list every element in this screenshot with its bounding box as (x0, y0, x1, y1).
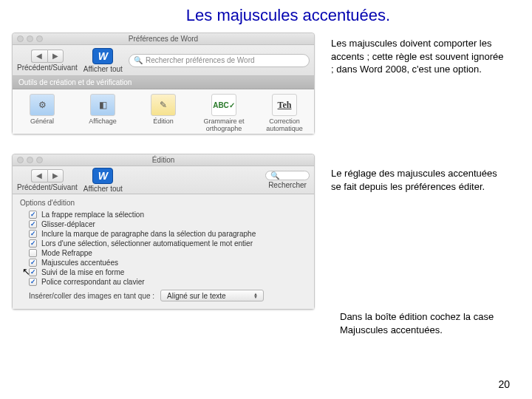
general-icon: ⚙ (30, 94, 55, 116)
option-row: Mode Refrappe (20, 248, 307, 258)
pref-autocorrect[interactable]: Teh Correction automatique (262, 94, 307, 132)
nav-label: Précédent/Suivant (17, 64, 78, 72)
preferences-window: Préférences de Word ◀ ▶ Précédent/Suivan… (12, 33, 315, 134)
edition-window: Édition ◀ ▶ Précédent/Suivant W Afficher… (12, 154, 315, 310)
forward-icon[interactable]: ▶ (47, 169, 64, 183)
checkbox[interactable]: ✓ (29, 278, 37, 286)
back-icon[interactable]: ◀ (31, 169, 47, 183)
option-row: ✓ La frappe remplace la sélection (20, 210, 307, 219)
search-icon: 🔍 (134, 56, 143, 64)
edit-icon: ✎ (151, 94, 176, 116)
option-row: ✓ Inclure la marque de paragraphe dans l… (20, 229, 307, 239)
combo-value: Aligné sur le texte (167, 292, 226, 300)
search-icon: 🔍 (270, 171, 279, 180)
option-label: Mode Refrappe (41, 249, 92, 257)
forward-icon[interactable]: ▶ (47, 50, 64, 63)
insert-images-row: Insérer/coller des images en tant que : … (20, 287, 307, 301)
checkbox[interactable]: ✓ (29, 211, 37, 219)
window-titlebar: Édition (13, 154, 314, 166)
option-row: ✓ Lors d'une sélection, sélectionner aut… (20, 239, 307, 248)
insert-images-combo[interactable]: Aligné sur le texte ▲▼ (160, 290, 264, 301)
window-title: Édition (13, 156, 314, 164)
window-title: Préférences de Word (13, 35, 314, 43)
caption-3: Dans la boîte édition cochez la case Maj… (340, 310, 510, 336)
checkbox[interactable]: ✓ (29, 220, 37, 228)
option-label: Glisser-déplacer (41, 220, 95, 228)
preferences-grid: ⚙ Général ◧ Affichage ✎ Édition ABC✓ Gra… (13, 89, 314, 134)
show-all-label: Afficher tout (83, 185, 123, 193)
cursor-icon: ↖ (22, 266, 30, 277)
option-label: Lors d'une sélection, sélectionner autom… (41, 239, 253, 248)
page-number: 20 (498, 378, 510, 390)
pref-display[interactable]: ◧ Affichage (81, 94, 125, 125)
option-label: La frappe remplace la sélection (41, 211, 144, 219)
pref-label: Général (30, 117, 54, 125)
grammar-icon: ABC✓ (211, 94, 236, 116)
options-title: Options d'édition (20, 199, 307, 207)
option-label: Majuscules accentuées (41, 259, 118, 267)
pref-edit[interactable]: ✎ Édition (141, 94, 185, 125)
checkbox[interactable]: ✓ (29, 239, 37, 248)
caption-1: Les majuscules doivent comporter les acc… (325, 28, 510, 79)
display-icon: ◧ (90, 94, 115, 116)
search-input[interactable]: 🔍 (265, 171, 310, 180)
pref-label: Grammaire et orthographe (202, 117, 246, 132)
search-placeholder: Rechercher préférences de Word (146, 56, 255, 64)
checkbox[interactable] (29, 249, 37, 257)
nav-back-forward[interactable]: ◀ ▶ (31, 169, 64, 183)
toolbar: ◀ ▶ Précédent/Suivant W Afficher tout 🔍 … (13, 166, 314, 194)
insert-label: Insérer/coller des images en tant que : (29, 292, 154, 300)
option-label: Inclure la marque de paragraphe dans la … (41, 230, 256, 238)
toolbar: ◀ ▶ Précédent/Suivant W Afficher tout 🔍 … (13, 45, 314, 76)
chevron-updown-icon: ▲▼ (251, 291, 260, 300)
search-label: Rechercher (268, 181, 307, 189)
word-icon[interactable]: W (92, 48, 113, 64)
option-row: ✓ Glisser-déplacer (20, 219, 307, 229)
show-all-label: Afficher tout (83, 65, 123, 73)
checkbox[interactable]: ✓ (29, 230, 37, 238)
option-row-accents: ✓ Majuscules accentuées (20, 258, 307, 267)
option-label: Suivi de la mise en forme (41, 268, 124, 276)
pref-label: Édition (153, 117, 174, 125)
word-icon[interactable]: W (92, 168, 113, 184)
pref-grammar[interactable]: ABC✓ Grammaire et orthographe (202, 94, 246, 132)
back-icon[interactable]: ◀ (31, 50, 47, 63)
edition-body: Options d'édition ✓ La frappe remplace l… (13, 194, 314, 309)
option-label: Police correspondant au clavier (41, 278, 145, 286)
section-header: Outils de création et de vérification (13, 76, 314, 89)
pref-label: Correction automatique (262, 117, 307, 132)
pref-general[interactable]: ⚙ Général (20, 94, 64, 125)
nav-back-forward[interactable]: ◀ ▶ (31, 50, 64, 63)
autocorrect-icon: Teh (272, 94, 297, 116)
search-input[interactable]: 🔍 Rechercher préférences de Word (129, 54, 310, 67)
caption-2: Le réglage des majuscules accentuées se … (325, 149, 510, 196)
nav-label: Précédent/Suivant (17, 183, 78, 191)
pref-label: Affichage (89, 117, 116, 125)
option-row: ✓ Suivi de la mise en forme (20, 267, 307, 277)
window-titlebar: Préférences de Word (13, 33, 314, 45)
option-row: ✓ Police correspondant au clavier (20, 277, 307, 287)
page-title: Les majuscules accentuées. (44, 0, 532, 28)
